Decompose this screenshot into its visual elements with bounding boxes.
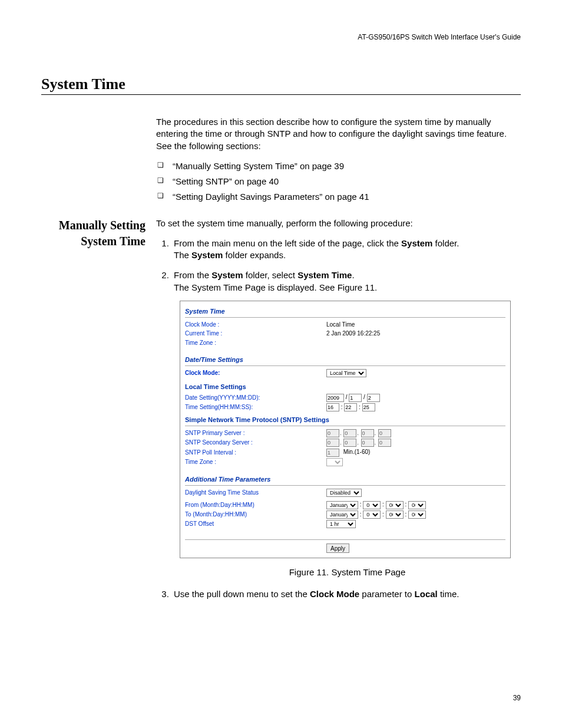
section-rule [41,94,521,95]
page-number: 39 [513,694,521,702]
sntp-poll-input[interactable] [326,449,339,457]
sntp-primary-ip1[interactable] [326,429,339,437]
local-time-settings: Local Time Settings [185,383,505,391]
sntp-secondary-label: SNTP Secondary Server : [185,439,326,447]
sntp-poll-range: Min.(1-60) [343,449,371,455]
sntp-primary-label: SNTP Primary Server : [185,429,326,437]
current-time-value: 2 Jan 2009 16:22:25 [326,330,505,338]
to-hh-select[interactable]: 00 [386,510,404,519]
time-hh-input[interactable] [326,403,339,411]
date-day-input[interactable] [367,394,380,402]
fig-datetime-settings: Date/Time Settings [185,355,505,364]
dst-offset-select[interactable]: 1 hr [326,520,356,528]
page-header: AT-GS950/16PS Switch Web Interface User'… [41,33,521,41]
sntp-secondary-ip3[interactable] [361,439,374,447]
sntp-tz-select[interactable] [326,458,343,466]
to-day-select[interactable]: 01 [363,510,381,519]
time-setting-label: Time Setting(HH:MM:SS): [185,403,326,411]
dst-status-select[interactable]: Disabled [326,489,362,497]
date-month-input[interactable] [349,394,362,402]
side-heading: Manually Setting System Time [41,218,146,249]
from-day-select[interactable]: 01 [363,501,381,509]
time-ss-input[interactable] [362,403,375,411]
clock-mode-header: Clock Mode: [185,369,326,377]
step-1: From the main menu on the left side of t… [171,238,521,262]
clock-mode-select[interactable]: Local Time [326,369,366,377]
to-label: To (Month:Day:HH:MM) [185,510,326,519]
section-link: “Manually Setting System Time” on page 3… [156,160,521,172]
from-label: From (Month:Day:HH:MM) [185,501,326,509]
figure-caption: Figure 11. System Time Page [174,566,521,578]
clock-mode-value: Local Time [326,321,505,329]
current-time-label: Current Time : [185,330,326,338]
step-3: Use the pull down menu to set the Clock … [171,588,521,600]
from-mm-select[interactable]: 00 [408,501,426,509]
sntp-primary-ip2[interactable] [343,429,356,437]
procedure-steps: From the main menu on the left side of t… [156,238,521,600]
figure-11: System Time Clock Mode : Local Time Curr… [180,301,521,559]
from-hh-select[interactable]: 00 [386,501,404,509]
clock-mode-label: Clock Mode : [185,321,326,329]
to-mm-select[interactable]: 00 [408,510,426,519]
date-year-input[interactable] [326,394,344,402]
time-mm-input[interactable] [344,403,357,411]
sntp-settings-title: Simple Network Time Protocol (SNTP) Sett… [185,416,505,424]
section-links-list: “Manually Setting System Time” on page 3… [156,160,521,203]
sntp-primary-ip3[interactable] [361,429,374,437]
intro-paragraph: The procedures in this section describe … [156,116,521,152]
from-month-select[interactable]: January [326,501,358,509]
sntp-tz-label: Time Zone : [185,458,326,466]
additional-time-title: Additional Time Parameters [185,475,505,484]
sntp-secondary-ip1[interactable] [326,439,339,447]
sntp-poll-label: SNTP Poll Interval : [185,449,326,457]
dst-offset-label: DST Offset [185,520,326,528]
section-link: “Setting Daylight Savings Parameters” on… [156,191,521,203]
procedure-intro: To set the system time manually, perform… [156,218,521,229]
fig-title-system-time: System Time [185,307,505,316]
section-title: System Time [41,75,521,93]
dst-status-label: Daylight Saving Time Status [185,489,326,497]
to-month-select[interactable]: January [326,510,358,519]
sntp-secondary-ip2[interactable] [343,439,356,447]
step-2: From the System folder, select System Ti… [171,269,521,578]
sntp-secondary-ip4[interactable] [378,439,391,447]
time-zone-label: Time Zone : [185,339,326,347]
sntp-primary-ip4[interactable] [378,429,391,437]
date-setting-label: Date Setting(YYYY:MM:DD): [185,394,326,402]
apply-button[interactable]: Apply [326,543,349,553]
section-link: “Setting SNTP” on page 40 [156,176,521,187]
